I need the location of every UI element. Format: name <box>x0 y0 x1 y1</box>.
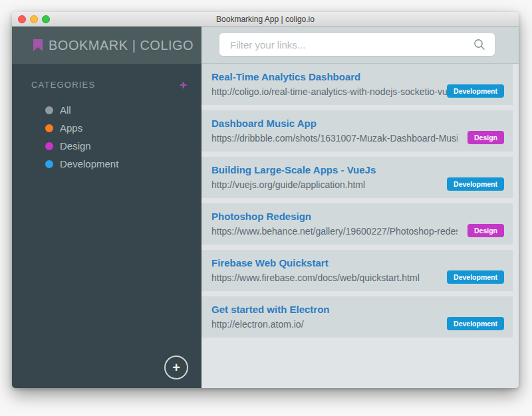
bookmark-url: http://electron.atom.io/ <box>211 319 458 330</box>
category-color-dot <box>45 106 53 114</box>
close-window-button[interactable] <box>18 15 26 23</box>
search-icon <box>473 39 485 51</box>
categories-header: CATEGORIES + <box>12 78 201 91</box>
app-window: Bookmarking App | coligo.io BOOKMARK | C… <box>12 12 519 388</box>
category-label: Apps <box>60 122 82 134</box>
bookmark-url: http://vuejs.org/guide/application.html <box>211 179 458 190</box>
bookmark-card: Firebase Web Quickstart https://www.fire… <box>201 250 513 291</box>
brand-text: BOOKMARK | COLIGO <box>49 38 194 53</box>
main-header <box>201 27 519 64</box>
traffic-lights <box>18 12 50 26</box>
zoom-window-button[interactable] <box>42 15 50 23</box>
desktop-background: Bookmarking App | coligo.io BOOKMARK | C… <box>0 0 532 416</box>
category-badge: Development <box>447 84 504 98</box>
category-color-dot <box>45 124 53 132</box>
category-badge: Development <box>447 317 504 330</box>
bookmark-card: Photoshop Redesign https://www.behance.n… <box>201 203 513 245</box>
categories-label: CATEGORIES <box>31 80 95 90</box>
category-color-dot <box>45 142 53 150</box>
search-input[interactable] <box>219 39 473 51</box>
bookmark-card: Get started with Electron http://electro… <box>201 296 513 338</box>
category-badge: Development <box>447 270 504 284</box>
search-box <box>219 33 495 56</box>
sidebar: BOOKMARK | COLIGO CATEGORIES + All <box>12 27 201 388</box>
bookmark-title-link[interactable]: Photoshop Redesign <box>211 211 311 222</box>
bookmark-icon <box>33 39 43 51</box>
category-badge: Design <box>467 224 504 237</box>
bookmark-title-link[interactable]: Get started with Electron <box>211 304 330 315</box>
category-list: All Apps Design <box>12 101 201 173</box>
bookmark-url: https://www.behance.net/gallery/19600227… <box>211 226 458 237</box>
bookmark-title-link[interactable]: Firebase Web Quickstart <box>211 257 329 268</box>
category-item[interactable]: Development <box>12 155 201 173</box>
bookmark-title-link[interactable]: Building Large-Scale Apps - VueJs <box>211 164 376 175</box>
app-brand: BOOKMARK | COLIGO <box>12 27 201 64</box>
bookmark-title-link[interactable]: Real-Time Analytics Dashboard <box>211 71 360 82</box>
category-label: Development <box>60 158 118 169</box>
bookmark-url: https://dribbble.com/shots/1631007-Muzak… <box>211 133 458 144</box>
category-label: Design <box>60 140 91 152</box>
window-content: BOOKMARK | COLIGO CATEGORIES + All <box>12 27 519 388</box>
bookmark-card: Building Large-Scale Apps - VueJs http:/… <box>201 157 513 198</box>
bookmark-title-link[interactable]: Dashboard Music App <box>211 118 317 129</box>
bookmark-url: https://www.firebase.com/docs/web/quicks… <box>211 272 458 283</box>
minimize-window-button[interactable] <box>30 15 38 23</box>
category-item[interactable]: Design <box>12 137 201 155</box>
add-category-button[interactable]: + <box>180 78 187 91</box>
category-label: All <box>60 104 71 116</box>
category-badge: Design <box>467 131 504 144</box>
category-item[interactable]: All <box>12 101 201 119</box>
bookmark-list: Real-Time Analytics Dashboard http://col… <box>201 64 519 343</box>
add-bookmark-button[interactable]: + <box>164 356 188 379</box>
window-title: Bookmarking App | coligo.io <box>216 15 315 24</box>
window-titlebar: Bookmarking App | coligo.io <box>12 12 519 27</box>
category-item[interactable]: Apps <box>12 119 201 137</box>
bookmark-url: http://coligo.io/real-time-analytics-wit… <box>211 86 458 97</box>
bookmark-card: Real-Time Analytics Dashboard http://col… <box>201 64 513 105</box>
category-color-dot <box>45 160 53 168</box>
bookmark-card: Dashboard Music App https://dribbble.com… <box>201 110 513 152</box>
main-panel: Real-Time Analytics Dashboard http://col… <box>201 27 519 388</box>
category-badge: Development <box>447 177 504 191</box>
